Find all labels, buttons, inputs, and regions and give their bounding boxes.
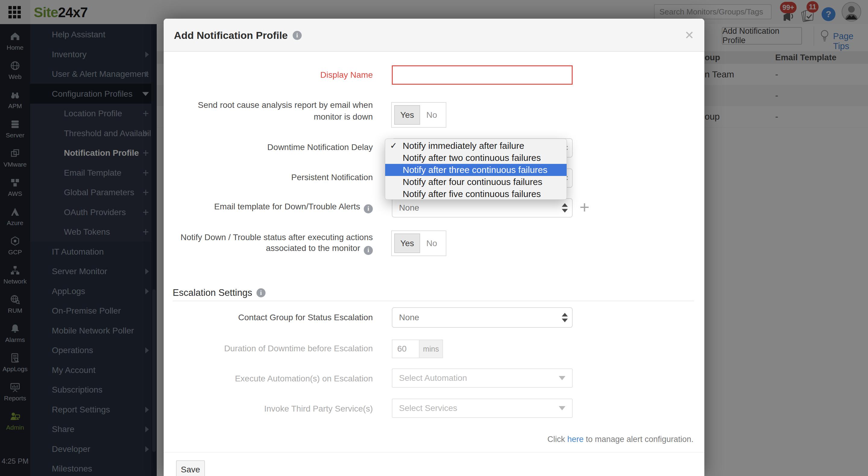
modal-title: Add Notification Profile i — [174, 30, 302, 41]
automation-label: Execute Automation(s) on Escalation — [164, 374, 373, 383]
downtime-delay-dropdown: ✓Notify immediately after failureNotify … — [385, 138, 567, 200]
display-name-input[interactable] — [392, 65, 572, 85]
chevron-down-icon — [559, 406, 565, 410]
save-button[interactable]: Save — [176, 460, 205, 476]
info-icon: i — [256, 288, 266, 297]
save-button-label: Save — [181, 465, 200, 475]
duration-label: Duration of Downtime before Escalation — [164, 344, 373, 353]
automation-placeholder: Select Automation — [399, 373, 467, 383]
email-template-label-text: Email template for Down/Trouble Alerts — [214, 202, 361, 211]
dropdown-option-4[interactable]: Notify after four continuous failures — [385, 176, 567, 188]
alert-configuration-note: Click here to manage alert configuration… — [547, 435, 693, 444]
add-email-template-icon[interactable]: + — [580, 198, 590, 217]
thirdparty-select[interactable]: Select Services — [392, 399, 572, 418]
close-icon[interactable]: ✕ — [684, 30, 694, 41]
escalation-settings-heading: Escalation Settings i — [173, 287, 266, 298]
info-icon: i — [364, 204, 373, 213]
notify-actions-toggle[interactable]: Yes No — [391, 230, 446, 256]
chevron-down-icon — [559, 376, 565, 380]
contact-group-select[interactable]: None — [392, 307, 572, 328]
thirdparty-placeholder: Select Services — [399, 403, 457, 413]
rca-toggle[interactable]: Yes No — [391, 102, 446, 128]
check-icon: ✓ — [390, 140, 397, 152]
display-name-label: Display Name — [164, 70, 373, 80]
note-post: to manage alert configuration. — [586, 435, 693, 444]
dropdown-option-1[interactable]: ✓Notify immediately after failure — [385, 140, 567, 152]
dropdown-option-5[interactable]: Notify after five continuous failures — [385, 188, 567, 200]
rca-label-line1: Send root cause analysis report by email… — [164, 100, 373, 110]
thirdparty-label: Invoke Third Party Service(s) — [164, 404, 373, 414]
footer-divider — [164, 452, 704, 452]
add-notification-profile-modal: Add Notification Profile i ✕ Display Nam… — [164, 19, 704, 476]
email-template-value: None — [399, 203, 419, 213]
rca-toggle-yes[interactable]: Yes — [394, 105, 420, 125]
contact-group-value: None — [399, 313, 419, 322]
dropdown-option-label: Notify after four continuous failures — [403, 177, 542, 187]
persistent-notification-label: Persistent Notification — [164, 172, 373, 182]
email-template-label: Email template for Down/Trouble Alertsi — [164, 202, 373, 213]
duration-unit-label: mins — [420, 340, 443, 358]
note-pre: Click — [547, 435, 565, 444]
notify-actions-label-text: associated to the monitor — [266, 244, 360, 253]
site24x7-app: Site24x7 99+ 11 ? HomeWebAPMServerVMware… — [0, 0, 868, 476]
info-icon: i — [293, 31, 302, 40]
notify-actions-toggle-yes[interactable]: Yes — [394, 233, 420, 253]
dropdown-option-label: Notify after two continuous failures — [403, 153, 541, 163]
manage-alert-configuration-link[interactable]: here — [567, 435, 584, 444]
dropdown-option-2[interactable]: Notify after two continuous failures — [385, 152, 567, 164]
modal-title-text: Add Notification Profile — [174, 30, 288, 41]
select-stepper-icon — [562, 203, 568, 213]
rca-label-line2: monitor is down — [164, 112, 373, 122]
automation-select[interactable]: Select Automation — [392, 369, 572, 388]
section-divider — [173, 301, 694, 301]
select-stepper-icon — [562, 313, 568, 322]
email-template-select[interactable]: None — [392, 198, 572, 218]
contact-group-label: Contact Group for Status Escalation — [164, 313, 373, 322]
dropdown-option-label: Notify immediately after failure — [403, 141, 524, 151]
notify-actions-label-line2: associated to the monitori — [164, 244, 373, 255]
info-icon: i — [364, 246, 373, 255]
notify-actions-label-line1: Notify Down / Trouble status after execu… — [164, 232, 373, 242]
escalation-settings-text: Escalation Settings — [173, 287, 252, 298]
rca-toggle-no[interactable]: No — [420, 110, 443, 120]
notify-actions-toggle-no[interactable]: No — [420, 239, 443, 248]
dropdown-option-label: Notify after three continuous failures — [403, 165, 547, 175]
dropdown-option-3[interactable]: Notify after three continuous failures — [385, 164, 567, 176]
dropdown-option-label: Notify after five continuous failures — [403, 189, 541, 199]
downtime-delay-label: Downtime Notification Delay — [164, 142, 373, 152]
modal-header: Add Notification Profile i ✕ — [164, 19, 704, 52]
duration-input[interactable] — [392, 340, 420, 358]
